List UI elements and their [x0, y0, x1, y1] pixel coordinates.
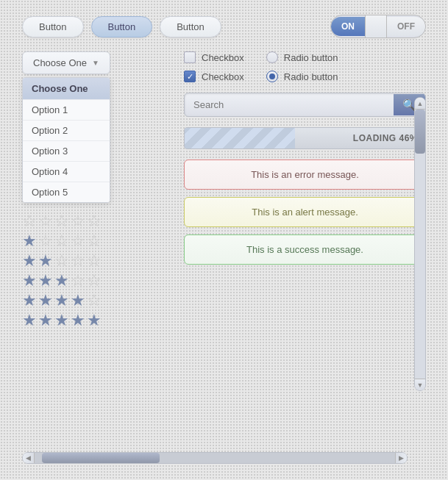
- buttons-row: Button Button Button ON OFF: [22, 15, 426, 38]
- star-empty: ☆: [87, 253, 102, 269]
- success-message: This is a success message.: [246, 244, 363, 255]
- checkbox-row-2: ✓ Checkbox: [184, 71, 244, 82]
- dropdown-container: Choose One ▼: [22, 51, 169, 74]
- toggle-on-button[interactable]: ON: [331, 17, 365, 36]
- star-filled: ★: [38, 312, 53, 329]
- star-empty: ☆: [87, 293, 102, 309]
- dropdown-list: Choose One Option 1 Option 2 Option 3 Op…: [22, 77, 110, 203]
- star-filled: ★: [87, 312, 102, 329]
- radio-label-2: Radio button: [284, 71, 338, 82]
- main-container: Button Button Button ON OFF Choose One ▼…: [0, 0, 448, 480]
- star-empty: ☆: [71, 273, 85, 289]
- star-empty: ☆: [38, 233, 53, 249]
- star-filled: ★: [22, 273, 37, 289]
- button-3[interactable]: Button: [160, 16, 221, 37]
- scrollbar-down-button[interactable]: ▼: [415, 379, 425, 390]
- checkbox-1[interactable]: [184, 51, 196, 63]
- star-empty: ☆: [87, 233, 102, 249]
- radio-row-1: Radio button: [266, 51, 338, 63]
- left-column: Choose One ▼ Choose One Option 1 Option …: [22, 51, 169, 329]
- checkbox-row-1: Checkbox: [184, 51, 244, 63]
- checkbox-label-2: Checkbox: [202, 71, 244, 82]
- error-message: This is an error message.: [251, 169, 359, 180]
- right-column: Checkbox ✓ Checkbox Radio button: [184, 51, 426, 272]
- star-empty: ☆: [54, 253, 69, 269]
- star-empty: ☆: [71, 213, 85, 229]
- alert-success: This is a success message.: [184, 234, 426, 265]
- radio-label-1: Radio button: [284, 52, 338, 63]
- star-filled: ★: [54, 293, 69, 309]
- columns-row: Choose One ▼ Choose One Option 1 Option …: [22, 51, 426, 329]
- star-filled: ★: [38, 273, 53, 289]
- checkbox-group: Checkbox ✓ Checkbox: [184, 51, 244, 82]
- star-empty: ☆: [71, 233, 85, 249]
- star-filled: ★: [22, 253, 37, 269]
- star-empty: ☆: [87, 213, 102, 229]
- dropdown-header[interactable]: Choose One: [23, 78, 110, 99]
- stars-section: ☆ ☆ ☆ ☆ ☆ ★ ☆ ☆ ☆ ☆ ★ ★ ☆: [22, 213, 169, 329]
- radio-2[interactable]: [266, 71, 278, 82]
- radio-group: Radio button Radio button: [266, 51, 338, 82]
- radio-row-2: Radio button: [266, 71, 338, 82]
- toggle-middle: [365, 15, 387, 37]
- dropdown-item-4[interactable]: Option 4: [23, 161, 110, 182]
- dropdown-item-2[interactable]: Option 2: [23, 120, 110, 140]
- checkbox-2[interactable]: ✓: [184, 71, 196, 82]
- dropdown-trigger[interactable]: Choose One ▼: [22, 51, 110, 74]
- alert-warning: This is an alert message.: [184, 197, 426, 227]
- scrollbar-thumb[interactable]: [415, 110, 425, 154]
- star-empty: ☆: [54, 213, 69, 229]
- stars-row-2[interactable]: ★ ★ ☆ ☆ ☆: [22, 253, 169, 269]
- star-filled: ★: [54, 312, 69, 329]
- progress-label: LOADING 46%: [353, 133, 418, 143]
- button-1[interactable]: Button: [22, 16, 84, 37]
- scrollbar-track: [415, 110, 425, 379]
- scrollbar-right-button[interactable]: ▶: [395, 453, 407, 463]
- star-filled: ★: [71, 293, 85, 309]
- star-empty: ☆: [54, 233, 69, 249]
- scrollbar-h-thumb[interactable]: [42, 453, 160, 463]
- scrollbar-left-button[interactable]: ◀: [23, 453, 35, 463]
- progress-fill: [185, 128, 295, 148]
- scrollbar-up-button[interactable]: ▲: [415, 98, 425, 110]
- chevron-down-icon: ▼: [92, 59, 99, 67]
- star-filled: ★: [54, 273, 69, 289]
- vertical-scrollbar: ▲ ▼: [414, 97, 426, 391]
- dropdown-item-3[interactable]: Option 3: [23, 140, 110, 161]
- checkbox-label-1: Checkbox: [202, 52, 244, 63]
- star-empty: ☆: [38, 213, 53, 229]
- star-filled: ★: [38, 293, 53, 309]
- dropdown-item-5[interactable]: Option 5: [23, 182, 110, 202]
- dropdown-placeholder: Choose One: [33, 57, 87, 68]
- stars-row-1[interactable]: ★ ☆ ☆ ☆ ☆: [22, 233, 169, 249]
- form-controls: Checkbox ✓ Checkbox Radio button: [184, 51, 426, 82]
- star-empty: ☆: [22, 213, 37, 229]
- horizontal-scrollbar: ◀ ▶: [22, 452, 408, 464]
- star-empty: ☆: [87, 273, 102, 289]
- star-filled: ★: [22, 293, 37, 309]
- button-2[interactable]: Button: [91, 16, 153, 37]
- search-container: 🔍: [184, 93, 426, 117]
- radio-dot: [269, 74, 275, 79]
- search-input[interactable]: [185, 93, 394, 116]
- toggle-off-button[interactable]: OFF: [387, 17, 425, 36]
- stars-row-5[interactable]: ★ ★ ★ ★ ★: [22, 312, 169, 329]
- star-filled: ★: [71, 312, 85, 329]
- star-filled: ★: [38, 253, 53, 269]
- progress-bar: LOADING 46%: [184, 127, 426, 149]
- alert-error: This is an error message.: [184, 160, 426, 190]
- star-filled: ★: [22, 312, 37, 329]
- radio-1[interactable]: [266, 51, 278, 63]
- star-empty: ☆: [71, 253, 85, 269]
- stars-row-0[interactable]: ☆ ☆ ☆ ☆ ☆: [22, 213, 169, 229]
- star-filled: ★: [22, 233, 37, 249]
- scrollbar-h-track: [35, 453, 395, 463]
- warning-message: This is an alert message.: [252, 207, 358, 218]
- stars-row-3[interactable]: ★ ★ ★ ☆ ☆: [22, 273, 169, 289]
- stars-row-4[interactable]: ★ ★ ★ ★ ☆: [22, 293, 169, 309]
- dropdown-item-1[interactable]: Option 1: [23, 99, 110, 120]
- toggle-group: ON OFF: [330, 15, 426, 38]
